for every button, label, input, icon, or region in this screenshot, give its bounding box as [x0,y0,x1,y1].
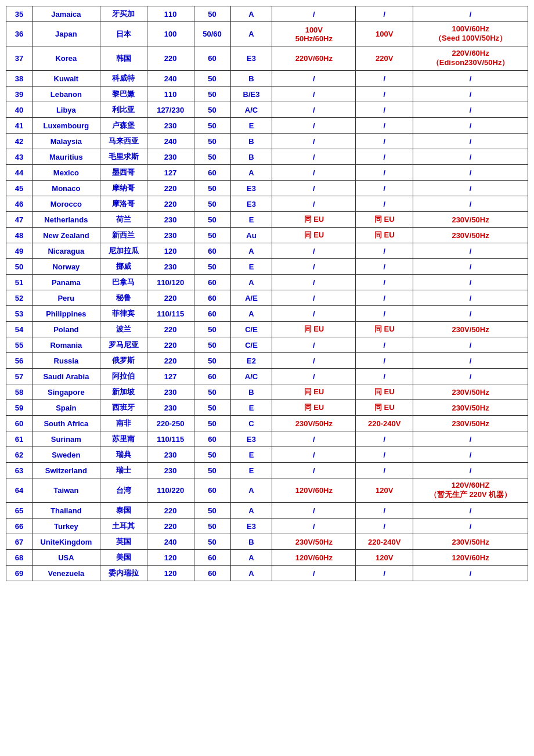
table-cell: 43 [6,149,33,165]
table-cell: / [272,306,356,322]
table-cell: 同 EU [272,400,356,416]
table-cell: 220-250 [147,416,194,431]
country-voltage-table: 35Jamaica牙买加11050A///36Japan日本10050/60A1… [6,6,528,581]
table-cell: 120V/60Hz [272,478,356,503]
table-cell: Mexico [32,165,100,181]
table-cell: / [413,6,528,22]
table-cell: 同 EU [272,212,356,228]
table-row: 66Turkey土耳其22050E3/// [6,519,528,534]
table-cell: 38 [6,71,33,87]
table-cell: 100 [147,22,194,46]
table-cell: 50 [194,259,230,275]
table-cell: 53 [6,306,33,322]
table-cell: 230V/50Hz [272,416,356,431]
table-cell: Netherlands [32,212,100,228]
table-cell: E [230,259,272,275]
table-cell: Surinam [32,431,100,447]
table-cell: / [272,275,356,290]
table-cell: 47 [6,212,33,228]
table-row: 37Korea韩国22060E3220V/60Hz220V220V/60Hz（E… [6,46,528,71]
table-cell: 土耳其 [100,519,147,534]
table-row: 53Philippines菲律宾110/11560A/// [6,306,528,322]
table-row: 35Jamaica牙买加11050A/// [6,6,528,22]
table-cell: 230V/50Hz [413,416,528,431]
table-cell: 60 [194,478,230,503]
table-cell: / [413,181,528,196]
table-cell: 67 [6,534,33,550]
table-cell: 230 [147,384,194,400]
table-cell: Luxembourg [32,118,100,134]
table-row: 46Morocco摩洛哥22050E3/// [6,196,528,212]
table-cell: A/E [230,290,272,306]
table-cell: 58 [6,384,33,400]
table-row: 36Japan日本10050/60A100V50Hz/60Hz100V100V/… [6,22,528,46]
table-cell: / [413,431,528,447]
table-cell: 110 [147,87,194,102]
table-row: 52Peru秘鲁22060A/E/// [6,290,528,306]
table-cell: E3 [230,196,272,212]
table-cell: / [356,243,413,259]
table-cell: 台湾 [100,478,147,503]
table-cell: 49 [6,243,33,259]
table-cell: 50 [194,447,230,463]
table-cell: 瑞典 [100,447,147,463]
table-cell: 同 EU [356,384,413,400]
table-cell: B [230,149,272,165]
table-cell: 60 [6,416,33,431]
table-cell: / [356,431,413,447]
table-row: 62Sweden瑞典23050E/// [6,447,528,463]
table-cell: 美国 [100,550,147,566]
table-row: 48New Zealand新西兰23050Au同 EU同 EU230V/50Hz [6,228,528,243]
table-row: 68USA美国12060A120V/60Hz120V120V/60Hz [6,550,528,566]
table-cell: 西班牙 [100,400,147,416]
table-cell: 230 [147,118,194,134]
table-cell: / [413,519,528,534]
table-cell: Russia [32,353,100,369]
table-cell: / [413,306,528,322]
table-cell: 科威特 [100,71,147,87]
table-cell: 230V/50Hz [413,534,528,550]
table-cell: B [230,134,272,149]
table-row: 47Netherlands荷兰23050E同 EU同 EU230V/50Hz [6,212,528,228]
table-cell: / [356,6,413,22]
table-cell: 120V/60Hz [413,550,528,566]
table-cell: / [413,87,528,102]
table-cell: C/E [230,322,272,337]
table-cell: / [272,165,356,181]
table-cell: 50 [194,228,230,243]
table-cell: / [413,149,528,165]
table-cell: Peru [32,290,100,306]
table-cell: 230 [147,463,194,478]
table-cell: / [272,463,356,478]
table-row: 59Spain西班牙23050E同 EU同 EU230V/50Hz [6,400,528,416]
table-cell: 摩洛哥 [100,196,147,212]
table-cell: / [356,306,413,322]
table-cell: / [272,431,356,447]
table-cell: 48 [6,228,33,243]
table-cell: 51 [6,275,33,290]
table-cell: B [230,71,272,87]
table-cell: / [272,149,356,165]
table-cell: 尼加拉瓜 [100,243,147,259]
table-cell: Switzerland [32,463,100,478]
table-cell: A [230,550,272,566]
table-cell: A [230,306,272,322]
table-cell: / [272,566,356,581]
table-cell: E [230,400,272,416]
table-cell: 60 [194,369,230,384]
table-cell: / [272,196,356,212]
table-cell: 120V [356,550,413,566]
table-cell: 60 [194,165,230,181]
table-row: 56Russia俄罗斯22050E2/// [6,353,528,369]
table-cell: / [413,134,528,149]
table-cell: 220 [147,181,194,196]
table-cell: 127/230 [147,102,194,118]
table-cell: Venezuela [32,566,100,581]
table-cell: 100V/60Hz（Seed 100V/50Hz） [413,22,528,46]
table-cell: A [230,275,272,290]
table-cell: A [230,503,272,519]
table-cell: 45 [6,181,33,196]
table-cell: 同 EU [272,322,356,337]
table-cell: 50 [194,322,230,337]
table-row: 45Monaco摩纳哥22050E3/// [6,181,528,196]
